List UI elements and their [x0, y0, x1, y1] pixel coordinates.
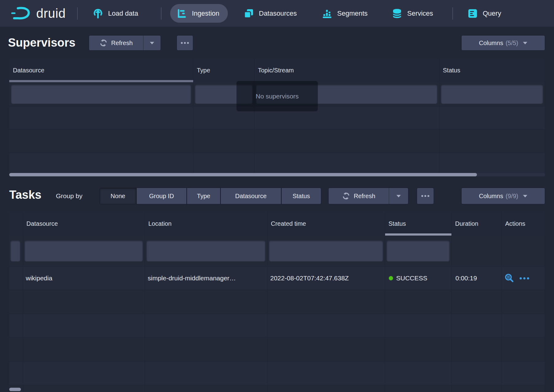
supervisors-table-header: Datasource Type Topic/Stream Status: [9, 58, 545, 83]
refresh-label: Refresh: [354, 193, 375, 200]
tasks-more-actions-button[interactable]: [417, 188, 434, 204]
columns-count: (9/9): [505, 193, 518, 200]
nav-label: Services: [407, 10, 433, 17]
task-datasource-cell: wikipedia: [26, 267, 52, 290]
column-header-location[interactable]: Location: [145, 212, 267, 236]
table-empty-row: [9, 385, 545, 392]
column-grid-line: [23, 212, 23, 392]
supervisors-h-scrollbar-track: [9, 173, 545, 176]
tasks-columns-button[interactable]: Columns (9/9): [462, 188, 545, 204]
column-grid-line: [254, 58, 255, 173]
nav-label: Ingestion: [192, 10, 219, 17]
columns-label: Columns: [479, 40, 503, 47]
gantt-chart-icon: [177, 8, 187, 19]
supervisors-more-actions-button[interactable]: [177, 36, 193, 50]
refresh-interval-caret-button[interactable]: [143, 36, 161, 50]
task-created-time-cell: 2022-08-02T07:42:47.638Z: [270, 267, 349, 290]
column-header-topic-stream[interactable]: Topic/Stream: [254, 58, 439, 82]
nav-item-services[interactable]: Services: [392, 0, 433, 27]
column-header-status[interactable]: Status: [439, 58, 545, 82]
tasks-title: Tasks: [9, 188, 41, 202]
more-dots-icon: [181, 42, 189, 44]
tasks-filter-clipped[interactable]: [10, 240, 20, 261]
task-duration-cell: 0:00:19: [455, 267, 477, 290]
column-grid-line: [501, 212, 502, 392]
database-icon: [392, 8, 402, 19]
upload-arrow-icon: [93, 8, 103, 19]
druid-logo-icon: [10, 6, 33, 21]
refresh-interval-caret-button[interactable]: [389, 188, 408, 204]
chevron-down-icon: [523, 194, 528, 198]
task-detail-magnifier-icon[interactable]: [504, 273, 514, 283]
nav-item-load-data[interactable]: Load data: [93, 0, 138, 27]
supervisors-filter-datasource[interactable]: [11, 85, 191, 104]
stacked-bar-chart-icon: [322, 8, 332, 19]
supervisors-title: Supervisors: [8, 36, 76, 49]
navbar-divider: [77, 7, 78, 20]
tasks-h-scrollbar-thumb[interactable]: [9, 388, 21, 391]
column-header-duration[interactable]: Duration: [451, 212, 501, 236]
supervisors-h-scrollbar-thumb[interactable]: [9, 173, 477, 176]
column-grid-line: [145, 212, 145, 392]
supervisors-table: Datasource Type Topic/Stream Status No s…: [9, 58, 545, 176]
navbar: druid Load data Ingestion Datasources: [0, 0, 554, 27]
nav-label: Query: [483, 10, 501, 17]
no-supervisors-overlay: No supervisors: [236, 81, 318, 111]
column-header-datasource[interactable]: Datasource: [23, 212, 145, 236]
nav-label: Load data: [108, 10, 138, 17]
group-by-group-id-button[interactable]: Group ID: [137, 188, 186, 204]
tasks-table-header: Datasource Location Created time Status …: [9, 212, 545, 236]
column-header-blank[interactable]: [9, 212, 23, 236]
nav-item-ingestion[interactable]: Ingestion: [170, 4, 228, 23]
column-grid-line: [545, 58, 545, 173]
group-by-status-button[interactable]: Status: [282, 188, 321, 204]
refresh-icon: [99, 39, 107, 47]
more-dots-icon: [421, 195, 429, 197]
refresh-button[interactable]: Refresh: [329, 188, 389, 204]
tasks-filter-location[interactable]: [146, 240, 265, 261]
column-grid-line: [545, 212, 545, 392]
sort-indicator-datasource: [9, 80, 193, 82]
supervisors-filter-status[interactable]: [441, 85, 543, 104]
refresh-button[interactable]: Refresh: [89, 36, 143, 50]
task-more-actions-icon[interactable]: [520, 277, 529, 279]
column-header-status[interactable]: Status: [385, 212, 451, 236]
nav-item-query[interactable]: Query: [467, 0, 501, 27]
task-location-cell: simple-druid-middlemanager…: [148, 267, 236, 290]
nav-item-datasources[interactable]: Datasources: [244, 0, 297, 27]
tasks-table: Datasource Location Created time Status …: [9, 212, 545, 392]
group-by-datasource-button[interactable]: Datasource: [221, 188, 281, 204]
column-header-datasource[interactable]: Datasource: [9, 58, 193, 82]
tasks-filter-row: [9, 236, 545, 266]
supervisors-columns-button[interactable]: Columns (5/5): [462, 36, 545, 50]
refresh-label: Refresh: [111, 40, 133, 47]
group-by-label: Group by: [56, 188, 82, 204]
group-by-type-button[interactable]: Type: [187, 188, 220, 204]
table-empty-row: [9, 337, 545, 362]
tasks-filter-created-time[interactable]: [269, 240, 383, 261]
nav-label: Datasources: [259, 10, 297, 17]
sort-indicator-status: [385, 233, 451, 236]
column-grid-line: [193, 58, 193, 173]
chevron-down-icon: [523, 41, 528, 44]
nav-item-segments[interactable]: Segments: [322, 0, 368, 27]
druid-wordmark: druid: [36, 0, 66, 27]
chevron-down-icon: [396, 194, 401, 198]
tasks-filter-datasource[interactable]: [25, 240, 143, 261]
columns-label: Columns: [479, 193, 503, 200]
tasks-refresh-button-group: Refresh: [329, 188, 408, 204]
query-document-icon: [467, 8, 478, 19]
tasks-filter-status[interactable]: [387, 240, 450, 261]
chevron-down-icon: [150, 41, 154, 44]
column-header-type[interactable]: Type: [193, 58, 254, 82]
group-by-none-button[interactable]: None: [100, 188, 136, 204]
task-row-wikipedia[interactable]: wikipedia simple-druid-middlemanager… 20…: [9, 266, 545, 290]
column-header-created-time[interactable]: Created time: [267, 212, 385, 236]
supervisors-refresh-button-group: Refresh: [89, 36, 161, 50]
table-empty-row: [9, 129, 545, 153]
column-grid-line: [385, 212, 385, 392]
column-header-actions[interactable]: Actions: [501, 212, 545, 236]
group-by-button-group: None Group ID Type Datasource Status: [100, 188, 321, 204]
table-empty-row: [9, 153, 545, 173]
table-empty-row: [9, 361, 545, 385]
